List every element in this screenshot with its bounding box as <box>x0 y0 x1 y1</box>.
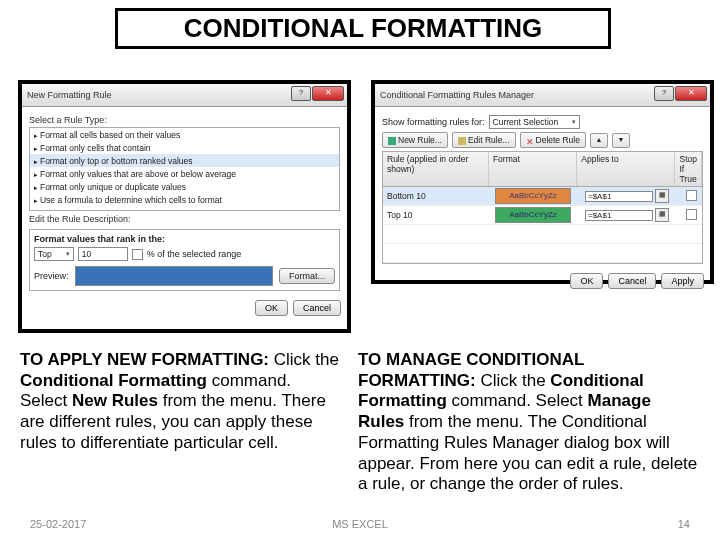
move-up-button[interactable]: ▲ <box>590 133 608 148</box>
dialog-title: Conditional Formatting Rules Manager <box>380 90 534 100</box>
slide-footer: 25-02-2017 MS EXCEL 14 <box>0 518 720 530</box>
dialog-title: New Formatting Rule <box>27 90 112 100</box>
edit-rule-button[interactable]: Edit Rule... <box>452 132 516 148</box>
rule-type-item[interactable]: Format all cells based on their values <box>30 128 339 141</box>
edit-rule-section: Format values that rank in the: Top 10 %… <box>29 229 340 291</box>
delete-icon: ✕ <box>526 137 534 145</box>
rank-direction-dropdown[interactable]: Top <box>34 247 74 261</box>
apply-button[interactable]: Apply <box>661 273 704 289</box>
format-sample: AaBbCcYyZz <box>495 188 571 204</box>
footer-date: 25-02-2017 <box>30 518 250 530</box>
page-title: CONDITIONAL FORMATTING <box>115 8 611 49</box>
percent-checkbox[interactable] <box>132 249 143 260</box>
rule-type-list[interactable]: Format all cells based on their values F… <box>29 127 340 211</box>
new-icon <box>388 137 396 145</box>
stop-checkbox[interactable] <box>686 209 697 220</box>
rule-row-empty <box>383 225 702 244</box>
move-down-button[interactable]: ▼ <box>612 133 630 148</box>
col-applies: Applies to <box>577 152 675 186</box>
ok-button[interactable]: OK <box>570 273 603 289</box>
rule-row[interactable]: Bottom 10 AaBbCcYyZz =$A$1▦ <box>383 187 702 206</box>
help-icon[interactable]: ? <box>654 86 674 101</box>
footer-center: MS EXCEL <box>250 518 470 530</box>
dialog-titlebar: New Formatting Rule ? ✕ <box>22 84 347 107</box>
rank-count-input[interactable]: 10 <box>78 247 128 261</box>
rules-manager-dialog: Conditional Formatting Rules Manager ? ✕… <box>371 80 714 284</box>
rule-type-item[interactable]: Use a formula to determine which cells t… <box>30 193 339 206</box>
instruction-manage: TO MANAGE CONDITIONAL FORMATTING: Click … <box>358 350 698 495</box>
applies-to-input[interactable]: =$A$1 <box>585 210 653 221</box>
rule-type-item[interactable]: Format only cells that contain <box>30 141 339 154</box>
delete-rule-button[interactable]: ✕Delete Rule <box>520 132 586 148</box>
col-format: Format <box>489 152 577 186</box>
format-sample: AaBbCcYyZz <box>495 207 571 223</box>
format-values-label: Format values that rank in the: <box>34 234 335 244</box>
rules-grid: Rule (applied in order shown) Format App… <box>382 151 703 264</box>
scope-dropdown[interactable]: Current Selection <box>489 115 581 129</box>
preview-label: Preview: <box>34 271 69 281</box>
preview-swatch: AaBbCcYyZz <box>75 266 273 286</box>
show-rules-label: Show formatting rules for: <box>382 117 485 127</box>
help-icon[interactable]: ? <box>291 86 311 101</box>
footer-page: 14 <box>470 518 690 530</box>
rule-type-item[interactable]: Format only unique or duplicate values <box>30 180 339 193</box>
rule-type-item[interactable]: Format only top or bottom ranked values <box>30 154 339 167</box>
col-stop: Stop If True <box>675 152 702 186</box>
new-formatting-rule-dialog: New Formatting Rule ? ✕ Select a Rule Ty… <box>18 80 351 333</box>
range-picker-icon[interactable]: ▦ <box>655 208 669 222</box>
edit-description-label: Edit the Rule Description: <box>29 214 340 224</box>
percent-label: % of the selected range <box>147 249 242 259</box>
select-rule-type-label: Select a Rule Type: <box>29 115 340 125</box>
instruction-apply: TO APPLY NEW FORMATTING: Click the Condi… <box>20 350 340 454</box>
close-icon[interactable]: ✕ <box>312 86 344 101</box>
ok-button[interactable]: OK <box>255 300 288 316</box>
close-icon[interactable]: ✕ <box>675 86 707 101</box>
format-button[interactable]: Format... <box>279 268 335 284</box>
range-picker-icon[interactable]: ▦ <box>655 189 669 203</box>
dialog-titlebar: Conditional Formatting Rules Manager ? ✕ <box>375 84 710 107</box>
edit-icon <box>458 137 466 145</box>
rule-row[interactable]: Top 10 AaBbCcYyZz =$A$1▦ <box>383 206 702 225</box>
cancel-button[interactable]: Cancel <box>293 300 341 316</box>
new-rule-button[interactable]: New Rule... <box>382 132 448 148</box>
rule-type-item[interactable]: Format only values that are above or bel… <box>30 167 339 180</box>
rule-row-empty <box>383 244 702 263</box>
stop-checkbox[interactable] <box>686 190 697 201</box>
cancel-button[interactable]: Cancel <box>608 273 656 289</box>
col-rule: Rule (applied in order shown) <box>383 152 489 186</box>
applies-to-input[interactable]: =$A$1 <box>585 191 653 202</box>
